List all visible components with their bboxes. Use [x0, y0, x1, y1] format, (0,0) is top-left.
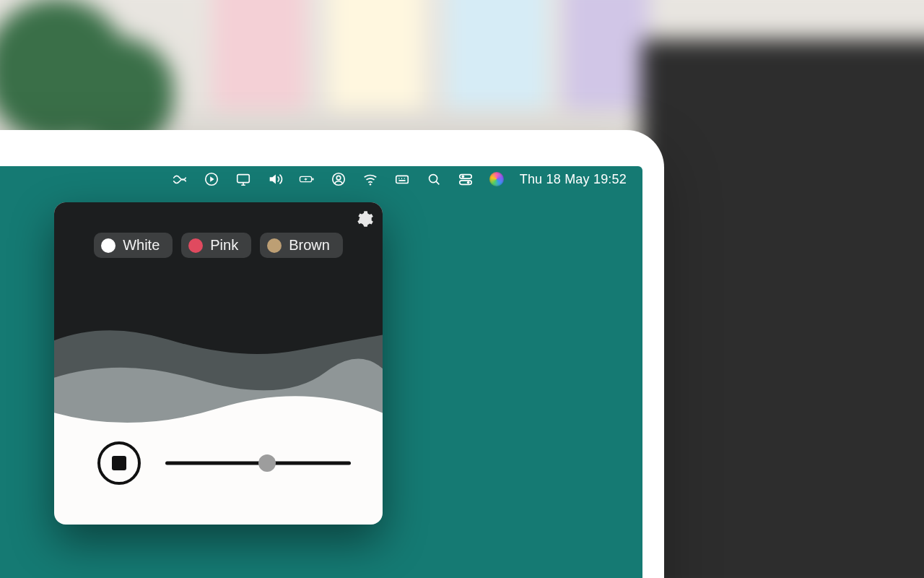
control-center-icon[interactable]	[458, 171, 474, 187]
volume-menubar-icon[interactable]	[267, 171, 283, 187]
noise-type-selector: White Pink Brown	[54, 233, 383, 258]
noise-option-white[interactable]: White	[94, 233, 173, 258]
stop-button[interactable]	[97, 441, 141, 485]
play-menubar-icon[interactable]	[204, 171, 219, 187]
noise-option-pink[interactable]: Pink	[181, 233, 251, 258]
user-menubar-icon[interactable]	[331, 171, 346, 187]
siri-icon[interactable]	[489, 172, 504, 186]
noise-option-label: Brown	[289, 237, 330, 254]
volume-slider[interactable]	[165, 456, 351, 470]
svg-point-6	[369, 184, 371, 186]
settings-gear-icon[interactable]	[355, 210, 374, 228]
svg-rect-9	[459, 175, 471, 179]
stop-icon	[112, 456, 126, 470]
noise-swatch-brown	[267, 238, 282, 253]
noise-option-label: White	[123, 237, 160, 254]
noise-option-label: Pink	[210, 237, 238, 254]
svg-rect-7	[396, 176, 408, 183]
spotlight-search-icon[interactable]	[426, 171, 442, 187]
menu-bar: Thu 18 May 19:52	[0, 166, 642, 192]
noise-option-brown[interactable]: Brown	[260, 233, 343, 258]
playback-controls	[54, 409, 383, 525]
svg-point-11	[461, 176, 464, 178]
svg-rect-3	[312, 178, 313, 181]
volume-slider-thumb[interactable]	[258, 454, 276, 472]
keyboard-menubar-icon[interactable]	[394, 171, 410, 187]
noise-app-menubar-icon[interactable]	[172, 171, 188, 187]
noise-swatch-pink	[188, 238, 203, 253]
noise-swatch-white	[101, 238, 116, 253]
wifi-menubar-icon[interactable]	[362, 171, 378, 187]
svg-point-5	[336, 176, 341, 180]
svg-point-8	[429, 175, 437, 183]
menubar-clock[interactable]: Thu 18 May 19:52	[520, 172, 627, 187]
svg-rect-1	[237, 175, 249, 183]
noise-app-panel: White Pink Brown	[54, 202, 383, 525]
battery-charging-menubar-icon[interactable]	[299, 171, 315, 187]
svg-point-12	[467, 181, 470, 184]
svg-rect-10	[459, 181, 471, 185]
display-menubar-icon[interactable]	[235, 171, 251, 187]
